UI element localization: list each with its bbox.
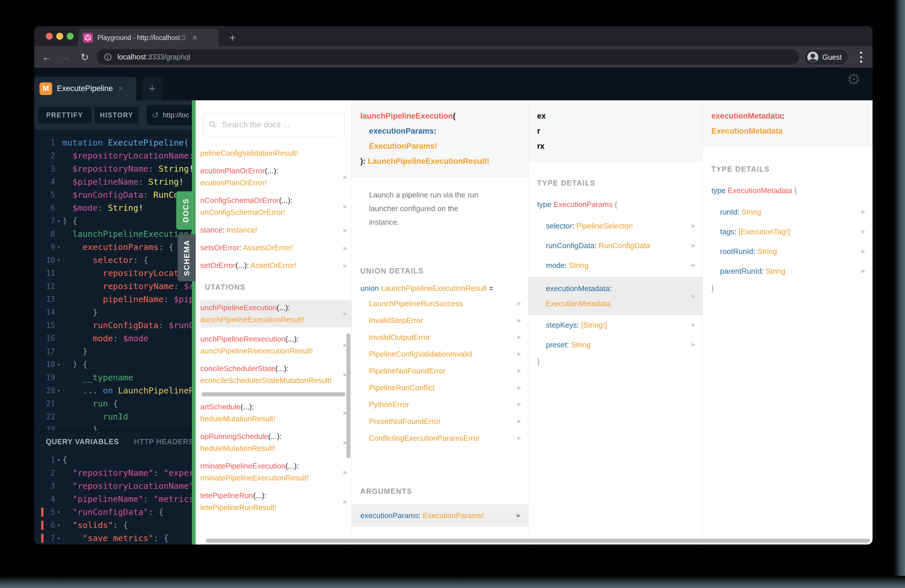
union-member[interactable]: PythonError▶ <box>369 396 528 413</box>
code-line[interactable]: 2 $repositoryLocationName: String! <box>34 149 192 162</box>
code-line[interactable]: 3 "repositoryLocationName" <box>34 480 192 493</box>
fold-arrow-icon[interactable]: ▾ <box>55 532 62 545</box>
code-line[interactable]: 20▾ ... on LaunchPipelineRunSuccess { <box>34 384 192 397</box>
tab-docs[interactable]: DOCS <box>176 191 196 230</box>
history-button[interactable]: HISTORY <box>95 107 138 124</box>
docs-field-row[interactable]: setsOrError: AssetsOrError!▶ <box>200 242 351 254</box>
code-line[interactable]: 9▾ executionParams: { <box>34 241 192 254</box>
session-close-icon[interactable]: × <box>118 84 123 93</box>
new-tab-button[interactable]: + <box>225 30 240 45</box>
variables-editor[interactable]: 1▾{2 "repositoryName": "exper3 "reposito… <box>34 453 192 545</box>
code-line[interactable]: 22 runId <box>34 410 192 423</box>
fold-arrow-icon[interactable]: ▾ <box>55 254 62 267</box>
code-line[interactable]: 7▾) { <box>34 215 192 227</box>
union-member[interactable]: PipelineRunConflict▶ <box>369 379 528 396</box>
type-field-row[interactable]: rootRunId: String▶ <box>720 242 872 261</box>
fold-arrow-icon[interactable]: ▾ <box>55 453 62 467</box>
fold-arrow-icon[interactable]: ▾ <box>55 241 62 254</box>
docs-field-row[interactable]: ecutionPlanOrError(...):ecutionPlanOrErr… <box>200 165 351 189</box>
forward-icon[interactable]: → <box>58 46 73 68</box>
union-member[interactable]: PipelineNotFoundError▶ <box>369 362 528 379</box>
list-horizontal-scrollbar[interactable] <box>202 392 346 396</box>
docs-field-row[interactable]: stance: Instance!▶ <box>200 224 351 236</box>
code-line[interactable]: 11 repositoryLocationName: $repositoryLo… <box>34 267 192 280</box>
code-line[interactable]: 4 "pipelineName": "metrics <box>34 493 192 505</box>
tab-query-variables[interactable]: QUERY VARIABLES <box>46 437 119 446</box>
code-line[interactable]: 21 run { <box>34 397 192 410</box>
code-line[interactable]: 16 mode: $mode <box>34 332 192 345</box>
code-line[interactable]: 3 $repositoryName: String! <box>34 162 192 175</box>
type-field-row[interactable]: mode: String▶ <box>546 256 702 275</box>
docs-field-row[interactable]: unchPipelineExecution(...):aunchPipeline… <box>200 300 351 327</box>
maximize-window-button[interactable] <box>67 33 74 40</box>
docs-field-row[interactable]: nConfigSchemaOrError(...):unConfigSchema… <box>200 195 351 218</box>
code-line[interactable]: 5▾ "runConfigData": { <box>34 505 192 519</box>
code-line[interactable]: 6 $mode: String! <box>34 202 192 215</box>
restore-endpoint-icon[interactable]: ↺ <box>152 110 159 120</box>
docs-field-row[interactable]: unchPipelineReexecution(...):aunchPipeli… <box>200 333 351 357</box>
code-line[interactable]: 6▾ "solids": { <box>34 519 192 532</box>
union-member[interactable]: ConflictingExecutionParamsError▶ <box>369 430 528 447</box>
fold-arrow-icon[interactable]: ▾ <box>55 215 62 227</box>
browser-tab[interactable]: Playground - http://localhost:3 × <box>78 29 219 46</box>
argument-row[interactable]: executionParams: ExecutionParams!▶ <box>352 504 528 527</box>
fold-arrow-icon[interactable]: ▾ <box>55 505 62 519</box>
endpoint-input[interactable]: ↺ http://loc <box>147 105 192 125</box>
new-session-button[interactable]: + <box>142 77 162 100</box>
minimize-window-button[interactable] <box>56 33 63 40</box>
code-line[interactable]: 12 repositoryName: $repositoryName <box>34 280 192 293</box>
tab-schema[interactable]: SCHEMA <box>178 234 196 281</box>
fold-arrow-icon[interactable]: ▾ <box>55 519 62 532</box>
query-editor[interactable]: 1mutation ExecutePipeline(2 $repositoryL… <box>34 130 192 431</box>
docs-panel-edge[interactable] <box>192 100 196 545</box>
type-field-row[interactable]: stepKeys: [String!]▶ <box>546 315 702 335</box>
code-line[interactable]: 23 } <box>34 423 192 431</box>
code-line[interactable]: 18▾ ) { <box>34 358 192 371</box>
code-line[interactable]: 2 "repositoryName": "exper <box>34 467 192 480</box>
code-line[interactable]: 19 __typename <box>34 371 192 384</box>
union-member[interactable]: PresetNotFoundError▶ <box>369 413 528 430</box>
fold-arrow-icon[interactable]: ▾ <box>55 358 62 371</box>
code-line[interactable]: 1mutation ExecutePipeline( <box>34 136 192 149</box>
tab-close-icon[interactable]: × <box>192 33 197 42</box>
type-field-row[interactable]: selector: PipelineSelector!▶ <box>546 216 702 236</box>
url-bar[interactable]: localhost:3333/graphql <box>97 49 799 65</box>
type-field-row[interactable]: tags: [ExecutionTag!]▶ <box>720 222 872 242</box>
prettify-button[interactable]: PRETTIFY <box>38 107 91 124</box>
code-line[interactable]: 13 pipelineName: $pipelineName <box>34 293 192 306</box>
session-tab[interactable]: M ExecutePipeline × <box>34 77 136 100</box>
type-field-row[interactable]: parentRunId: String▶ <box>720 261 872 281</box>
docs-field-row[interactable]: setOrError(...): AssetOrError!▶ <box>200 259 351 272</box>
close-window-button[interactable] <box>46 33 53 40</box>
union-member[interactable]: InvalidOutputError▶ <box>369 329 528 346</box>
union-member[interactable]: PipelineConfigValidationInvalid▶ <box>369 346 528 362</box>
union-member[interactable]: InvalidStepError▶ <box>369 312 528 329</box>
code-line[interactable]: 17 } <box>34 345 192 358</box>
code-line[interactable]: 4 $pipelineName: String! <box>34 175 192 189</box>
back-icon[interactable]: ← <box>40 46 54 68</box>
docs-horizontal-scrollbar[interactable] <box>206 539 870 543</box>
docs-field-row[interactable]: concileSchedulerState(...):econcileSched… <box>200 363 351 386</box>
type-field-row-selected[interactable]: executionMetadata:ExecutionMetadata▶ <box>529 277 702 315</box>
docs-field-row[interactable]: letePipelineRun(...):letePipelineRunResu… <box>200 490 351 513</box>
type-field-row[interactable]: runId: String▶ <box>720 202 872 222</box>
docs-field-row[interactable]: opRunningSchedule(...):heduleMutationRes… <box>200 431 351 455</box>
docs-field-row[interactable]: artSchedule(...):heduleMutationResult!▶ <box>200 401 351 425</box>
browser-menu-icon[interactable] <box>859 51 863 64</box>
tab-http-headers[interactable]: HTTP HEADERS <box>134 437 192 446</box>
code-line[interactable]: 5 $runConfigData: RunConfigData <box>34 189 192 202</box>
code-line[interactable]: 8 launchPipelineExecution( <box>34 227 192 241</box>
docs-vertical-scrollbar[interactable] <box>346 334 351 458</box>
code-line[interactable]: 1▾{ <box>34 453 192 467</box>
type-field-row[interactable]: preset: String▶ <box>546 335 702 354</box>
docs-field-row[interactable]: pelineConfigValidationResult! <box>200 147 351 159</box>
reload-icon[interactable]: ↻ <box>77 46 92 68</box>
code-line[interactable]: 10▾ selector: { <box>34 254 192 267</box>
fold-arrow-icon[interactable]: ▾ <box>55 384 62 397</box>
docs-search-input[interactable]: Search the docs ... <box>203 113 345 136</box>
site-info-icon[interactable] <box>103 53 112 62</box>
code-line[interactable]: 15 runConfigData: $runConfigData <box>34 319 192 332</box>
docs-field-row[interactable]: rminatePipelineExecution(...):rminatePip… <box>200 460 351 484</box>
union-member[interactable]: LaunchPipelineRunSuccess▶ <box>369 295 528 312</box>
settings-gear-icon[interactable]: ⚙ <box>845 70 863 89</box>
